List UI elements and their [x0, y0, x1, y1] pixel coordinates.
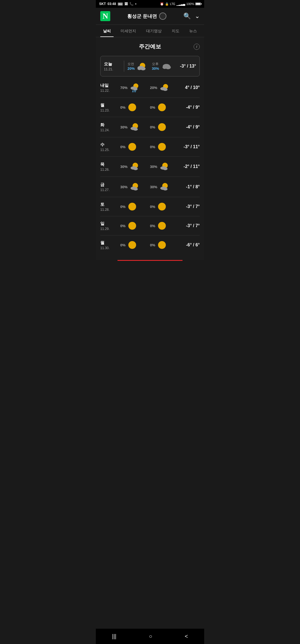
weather-icons-today: 오전 20% 오후 30% [128, 60, 174, 72]
location-text: 횡성군 둔내면 [127, 13, 157, 19]
svg-point-39 [158, 222, 166, 230]
temp-sat: -3° / 7° [178, 204, 200, 209]
day-name-tue: 화 [100, 122, 120, 128]
signal-bars: ▁▂▃▄ [176, 2, 185, 6]
svg-point-26 [133, 167, 138, 170]
morning-icon-fri [129, 181, 141, 193]
main-content: 주간예보 i 오늘 11.21. 오전 20% [96, 37, 204, 260]
weather-row-sat: 토 11.28. 0% 0% -3° / 7° [100, 197, 200, 216]
morning-weather-tue: 30% [120, 121, 148, 133]
weather-row-today: 오늘 11.21. 오전 20% [100, 56, 200, 76]
morning-icon-tomorrow [129, 81, 141, 94]
morning-icon-thu [129, 160, 141, 173]
afternoon-icon-mon1 [156, 102, 168, 113]
morning-icon-sun [127, 220, 138, 231]
morning-pct-tomorrow: 70% [120, 86, 128, 90]
svg-point-9 [133, 88, 138, 90]
afternoon-icon-today [160, 60, 172, 72]
battery-text: 100% [186, 2, 194, 6]
dropdown-button[interactable]: ⌄ [195, 13, 200, 20]
afternoon-pct-tue: 0% [150, 125, 155, 129]
afternoon-pct-thu: 30% [150, 165, 157, 169]
weather-row-tomorrow: 내일 11.22. 70% 20% [100, 78, 200, 98]
weather-icons-wed: 0% 0% [120, 141, 178, 152]
svg-line-10 [132, 90, 133, 92]
weather-row-sun: 일 11.29. 0% 0% -3° / 7° [100, 216, 200, 236]
afternoon-pct-sun: 0% [150, 224, 155, 228]
afternoon-weather-sat: 0% [150, 201, 178, 212]
day-name-tomorrow: 내일 [100, 83, 120, 88]
afternoon-icon-sat [156, 201, 168, 212]
morning-pct-tue: 30% [120, 125, 128, 129]
temp-thu: -2° / 11° [178, 164, 200, 169]
morning-weather-fri: 30% [120, 181, 148, 193]
temp-mon2: -6° / 6° [178, 242, 200, 247]
dot-indicator: • [135, 2, 136, 6]
morning-weather-sat: 0% [120, 201, 148, 212]
tbs-badge: tbs [118, 3, 123, 6]
day-name-today: 오늘 [104, 61, 124, 67]
day-col-sat: 토 11.28. [100, 202, 120, 212]
afternoon-icon-tue [156, 122, 168, 133]
weather-icons-mon1: 0% 0% [120, 102, 178, 113]
morning-pct-today: 20% [128, 66, 135, 71]
tab-air-video[interactable]: 대기영상 [143, 25, 164, 37]
lock-icon: 🔒 [165, 2, 169, 6]
location-circle-icon [159, 13, 166, 20]
day-date-sat: 11.28. [100, 208, 120, 212]
morning-icon-sat [127, 201, 138, 212]
info-icon[interactable]: i [194, 44, 200, 50]
day-col-tue: 화 11.24. [100, 122, 120, 132]
morning-icon-today [136, 60, 148, 72]
temp-tue: -4° / 9° [178, 125, 200, 130]
afternoon-pct-today: 30% [152, 66, 159, 71]
temp-today: -3° / 13° [174, 64, 196, 69]
day-name-wed: 수 [100, 142, 120, 147]
morning-weather-today: 오전 20% [128, 60, 150, 72]
day-name-fri: 금 [100, 182, 120, 187]
weather-rows: 오늘 11.21. 오전 20% [100, 56, 200, 254]
header-icons: 🔍 ⌄ [183, 13, 200, 20]
location-display[interactable]: 횡성군 둔내면 [127, 13, 166, 20]
weather-row-mon1: 월 11.23. 0% 0% -4° / 9° [100, 98, 200, 117]
tab-map[interactable]: 지도 [169, 25, 182, 37]
svg-line-12 [135, 90, 136, 92]
battery-icon [195, 3, 201, 5]
afternoon-weather-thu: 30% [150, 160, 178, 173]
temp-mon1: -4° / 9° [178, 105, 200, 110]
weather-row-wed: 수 11.25. 0% 0% -3° / 11° [100, 137, 200, 157]
afternoon-weather-fri: 30% [150, 181, 178, 193]
svg-point-20 [133, 128, 138, 131]
svg-point-22 [128, 143, 136, 151]
day-date-sun: 11.29. [100, 227, 120, 231]
day-date-today: 11.21. [104, 67, 124, 71]
weather-icons-sun: 0% 0% [120, 220, 178, 231]
tab-news[interactable]: 뉴스 [186, 25, 200, 37]
svg-point-36 [128, 203, 136, 210]
svg-point-29 [163, 167, 168, 170]
search-button[interactable]: 🔍 [183, 13, 191, 20]
weather-row-thu: 목 11.26. 30% 30% [100, 157, 200, 177]
weather-icons-thu: 30% 30% [120, 160, 178, 173]
afternoon-icon-wed [156, 141, 168, 152]
tab-fine-dust[interactable]: 미세먼지 [118, 25, 139, 37]
weather-row-fri: 금 11.27. 30% 30% [100, 177, 200, 197]
morning-weather-sun: 0% [120, 220, 148, 231]
afternoon-icon-tomorrow [158, 81, 171, 94]
phone-icon: 📞 [129, 2, 134, 6]
afternoon-weather-wed: 0% [150, 141, 178, 152]
lte-text: LTE [170, 2, 175, 6]
naver-logo[interactable]: N [100, 11, 110, 21]
photo-icon: 🖼 [124, 2, 128, 6]
temp-sun: -3° / 7° [178, 223, 200, 228]
afternoon-weather-mon1: 0% [150, 102, 178, 113]
weather-row-tue: 화 11.24. 30% 0% [100, 117, 200, 137]
day-date-thu: 11.26. [100, 168, 120, 172]
day-name-sun: 일 [100, 221, 120, 226]
nav-tabs: 날씨 미세먼지 대기영상 지도 뉴스 [96, 25, 204, 37]
status-left: SKT 03:48 tbs 🖼 📞 • [99, 2, 136, 6]
morning-icon-mon1 [127, 102, 138, 113]
svg-point-3 [138, 67, 141, 70]
morning-pct-wed: 0% [120, 145, 126, 149]
tab-weather[interactable]: 날씨 [100, 25, 114, 37]
